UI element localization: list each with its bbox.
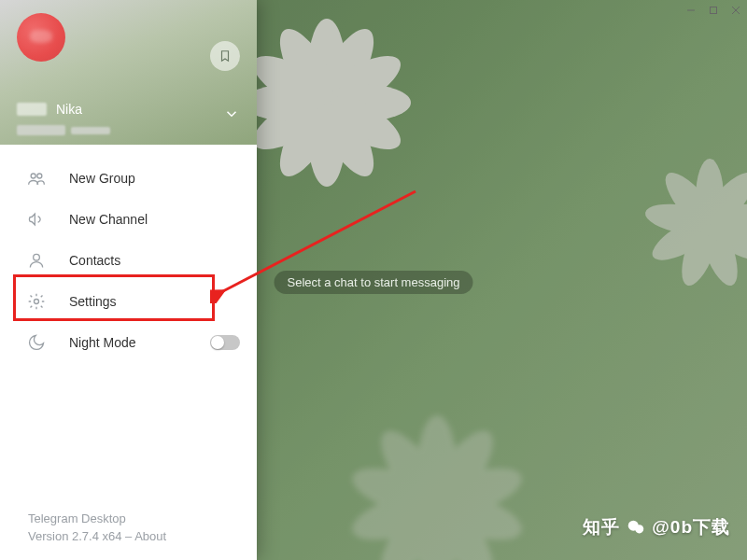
chevron-down-icon [223,105,240,122]
svg-point-9 [35,300,39,304]
window-controls [680,0,747,21]
menu-item-settings[interactable]: Settings [0,281,257,322]
night-mode-toggle[interactable] [210,335,240,350]
menu-item-label: New Group [69,171,135,186]
moon-icon [26,332,47,353]
menu-item-contacts[interactable]: Contacts [0,240,257,281]
maximize-button[interactable] [702,0,725,21]
menu-item-new-channel[interactable]: New Channel [0,199,257,240]
watermark-right: @0b下载 [652,515,730,539]
redacted-text [17,125,65,135]
megaphone-icon [26,209,47,230]
watermark-left: 知乎 [583,515,620,539]
svg-point-6 [31,174,35,178]
svg-rect-3 [711,7,717,14]
redacted-text [71,127,110,134]
gear-icon [26,291,47,312]
app-name: Telegram Desktop [28,511,257,525]
close-button[interactable] [725,0,747,21]
svg-point-1 [635,525,643,533]
menu-item-new-group[interactable]: New Group [0,158,257,199]
menu-item-label: Contacts [69,253,120,268]
svg-point-8 [34,254,40,260]
menu-item-label: Night Mode [69,335,136,350]
watermark: 知乎 @0b下载 [583,515,730,539]
wechat-icon [626,517,646,538]
svg-point-7 [37,174,42,178]
menu-list: New Group New Channel Contacts Settings [0,145,257,511]
person-icon [26,250,47,271]
profile-name: Nika [56,102,82,117]
version-about[interactable]: Version 2.7.4 x64 – About [28,529,257,543]
menu-item-night-mode[interactable]: Night Mode [0,322,257,363]
menu-item-label: Settings [69,294,117,309]
accounts-expand-button[interactable] [223,105,240,126]
empty-chat-hint: Select a chat to start messaging [275,271,473,294]
saved-messages-button[interactable] [210,41,240,71]
bookmark-icon [218,49,232,63]
minimize-button[interactable] [680,0,702,21]
drawer-footer: Telegram Desktop Version 2.7.4 x64 – Abo… [0,511,257,560]
avatar[interactable] [17,13,65,62]
main-menu-drawer: Nika New Group New Channel Conta [0,0,257,560]
profile-header: Nika [0,0,257,145]
group-icon [26,168,47,189]
menu-item-label: New Channel [69,212,148,227]
redacted-text [17,103,47,116]
